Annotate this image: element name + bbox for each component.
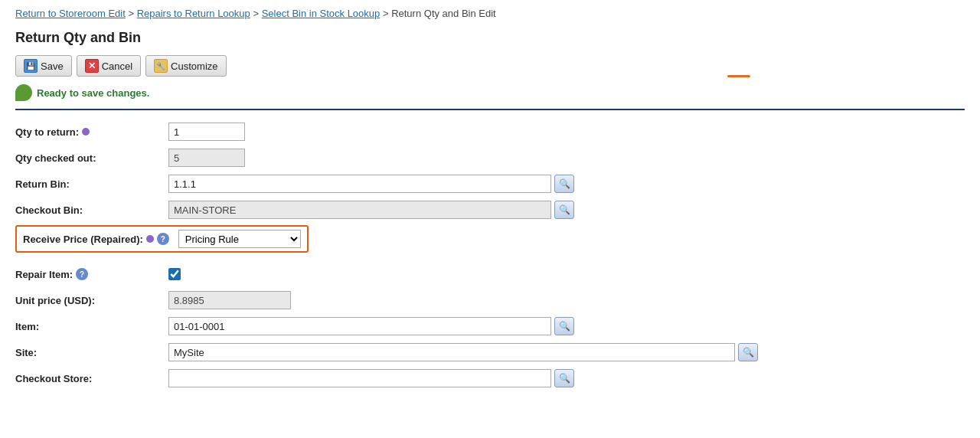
qty-checked-out-label: Qty checked out: <box>15 152 168 164</box>
cancel-button[interactable]: ✕ Cancel <box>77 55 141 77</box>
checkout-bin-lookup-button[interactable]: 🔍 <box>554 201 574 219</box>
site-control: 🔍 <box>168 343 965 361</box>
section-divider <box>15 109 965 110</box>
item-label: Item: <box>15 321 168 332</box>
checkout-store-input[interactable] <box>168 369 551 387</box>
breadcrumb-link-storeroom-edit[interactable]: Return to Storeroom Edit <box>15 8 126 19</box>
breadcrumb-link-select-bin[interactable]: Select Bin in Stock Lookup <box>262 8 381 19</box>
checkout-bin-input <box>168 201 551 219</box>
lookup-icon: 🔍 <box>559 178 570 189</box>
site-row: Site: 🔍 <box>15 342 965 363</box>
toolbar: 💾 Save ✕ Cancel 🔧 Customize <box>15 55 965 77</box>
status-icon <box>15 84 32 101</box>
required-dot <box>82 128 90 136</box>
breadcrumb-sep2: > <box>253 8 261 19</box>
item-row: Item: 🔍 <box>15 315 965 337</box>
lookup-icon: 🔍 <box>559 321 570 332</box>
save-button[interactable]: 💾 Save <box>15 55 72 77</box>
form-section: Qty to return: Qty checked out: Return B… <box>15 121 965 389</box>
receive-price-row: Receive Price (Repaired): ? Pricing Rule… <box>15 225 965 253</box>
return-bin-label: Return Bin: <box>15 178 168 190</box>
item-control: 🔍 <box>168 317 965 335</box>
save-label: Save <box>41 60 64 72</box>
status-message-area: Ready to save changes. <box>15 84 965 101</box>
unit-price-row: Unit price (USD): <box>15 289 965 311</box>
unit-price-label: Unit price (USD): <box>15 295 168 306</box>
repair-item-help-icon[interactable]: ? <box>76 268 88 280</box>
return-bin-input[interactable] <box>168 175 551 193</box>
return-bin-control: 🔍 <box>168 175 965 193</box>
cancel-icon: ✕ <box>85 59 99 73</box>
customize-icon: 🔧 <box>154 59 168 73</box>
breadcrumb-current: Return Qty and Bin Edit <box>391 8 496 19</box>
checkout-store-control: 🔍 <box>168 369 965 387</box>
orange-dash-decoration <box>727 75 750 77</box>
checkout-bin-row: Checkout Bin: 🔍 <box>15 199 965 221</box>
lookup-icon: 🔍 <box>743 347 754 358</box>
repair-item-checkbox[interactable] <box>168 268 181 280</box>
qty-to-return-control <box>168 123 965 141</box>
qty-to-return-label: Qty to return: <box>15 126 168 138</box>
repair-item-label: Repair Item: ? <box>15 268 168 280</box>
repair-item-row: Repair Item: ? <box>15 263 965 285</box>
receive-price-help-icon[interactable]: ? <box>157 233 169 245</box>
site-lookup-button[interactable]: 🔍 <box>738 343 758 361</box>
breadcrumb: Return to Storeroom Edit > Repairs to Re… <box>15 8 965 19</box>
item-input[interactable] <box>168 317 551 335</box>
cancel-label: Cancel <box>102 60 132 72</box>
receive-price-select[interactable]: Pricing Rule Manual Last Price <box>178 230 301 248</box>
qty-to-return-row: Qty to return: <box>15 121 965 142</box>
checkout-store-row: Checkout Store: 🔍 <box>15 368 965 389</box>
site-input[interactable] <box>168 343 735 361</box>
repair-item-control <box>168 268 965 280</box>
customize-button[interactable]: 🔧 Customize <box>145 55 226 77</box>
lookup-icon: 🔍 <box>559 373 570 384</box>
unit-price-input <box>168 291 291 309</box>
return-bin-lookup-button[interactable]: 🔍 <box>554 175 574 193</box>
unit-price-control <box>168 291 965 309</box>
breadcrumb-link-repairs-lookup[interactable]: Repairs to Return Lookup <box>137 8 250 19</box>
qty-checked-out-control <box>168 149 965 167</box>
checkout-store-label: Checkout Store: <box>15 373 168 384</box>
receive-price-highlighted: Receive Price (Repaired): ? Pricing Rule… <box>15 225 309 253</box>
qty-checked-out-row: Qty checked out: <box>15 147 965 168</box>
customize-label: Customize <box>171 60 217 72</box>
checkout-store-lookup-button[interactable]: 🔍 <box>554 369 574 387</box>
page-title: Return Qty and Bin <box>15 30 965 46</box>
save-icon: 💾 <box>24 59 38 73</box>
item-lookup-button[interactable]: 🔍 <box>554 317 574 335</box>
checkout-bin-control: 🔍 <box>168 201 965 219</box>
breadcrumb-sep3: > <box>383 8 391 19</box>
receive-price-required-dot <box>146 235 154 243</box>
breadcrumb-sep1: > <box>128 8 136 19</box>
checkout-bin-label: Checkout Bin: <box>15 204 168 216</box>
status-text: Ready to save changes. <box>37 87 149 99</box>
receive-price-label: Receive Price (Repaired): ? <box>23 233 174 245</box>
lookup-icon: 🔍 <box>559 204 570 215</box>
qty-to-return-input[interactable] <box>168 123 245 141</box>
qty-checked-out-input <box>168 149 245 167</box>
site-label: Site: <box>15 347 168 358</box>
return-bin-row: Return Bin: 🔍 <box>15 173 965 194</box>
